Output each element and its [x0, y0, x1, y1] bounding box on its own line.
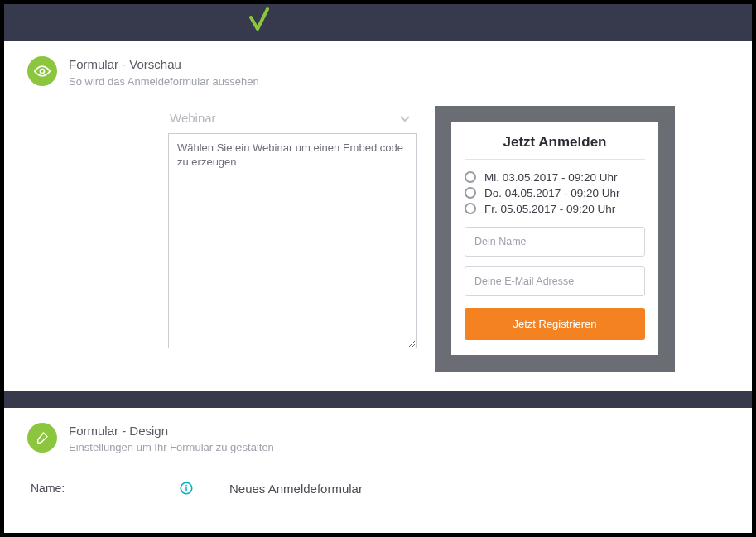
radio-icon [465, 187, 476, 199]
name-label: Name: [31, 482, 163, 495]
name-value: Neues Anmeldeformular [229, 482, 363, 496]
register-button[interactable]: Jetzt Registrieren [465, 308, 645, 340]
brush-icon [27, 423, 57, 453]
form-title: Jetzt Anmelden [465, 134, 645, 160]
dropdown-label: Webinar [170, 111, 216, 125]
preview-subtitle: So wird das Anmeldeformular aussehen [69, 74, 259, 89]
page-root: Formular - Vorschau So wird das Anmeldef… [4, 4, 752, 533]
info-icon[interactable] [178, 480, 195, 496]
date-label: Do. 04.05.2017 - 09:20 Uhr [484, 187, 620, 199]
checkmark-icon [249, 4, 269, 41]
email-field[interactable] [465, 266, 645, 296]
divider-bar [4, 391, 752, 408]
eye-icon [27, 56, 57, 86]
name-field[interactable] [465, 227, 645, 257]
form-preview-frame: Jetzt Anmelden Mi. 03.05.2017 - 09:20 Uh… [435, 106, 675, 372]
date-option-2[interactable]: Fr. 05.05.2017 - 09:20 Uhr [465, 201, 645, 217]
preview-section: Formular - Vorschau So wird das Anmeldef… [4, 41, 752, 391]
svg-rect-2 [185, 487, 187, 491]
date-option-1[interactable]: Do. 04.05.2017 - 09:20 Uhr [465, 185, 645, 201]
embed-code-textarea[interactable] [168, 133, 417, 348]
date-label: Fr. 05.05.2017 - 09:20 Uhr [484, 203, 615, 215]
preview-title: Formular - Vorschau [69, 56, 259, 73]
svg-point-0 [41, 70, 45, 74]
radio-icon [465, 203, 476, 214]
date-option-0[interactable]: Mi. 03.05.2017 - 09:20 Uhr [465, 170, 645, 185]
design-section: Formular - Design Einstellungen um Ihr F… [4, 408, 752, 506]
caret-down-icon [400, 111, 410, 125]
name-row: Name: Neues Anmeldeformular [27, 480, 729, 496]
webinar-dropdown[interactable]: Webinar [168, 106, 417, 133]
signup-form: Jetzt Anmelden Mi. 03.05.2017 - 09:20 Uh… [451, 122, 658, 355]
radio-icon [465, 171, 476, 183]
preview-header: Formular - Vorschau So wird das Anmeldef… [27, 56, 729, 89]
top-bar [4, 4, 752, 41]
design-header: Formular - Design Einstellungen um Ihr F… [27, 423, 729, 456]
design-subtitle: Einstellungen um Ihr Formular zu gestalt… [69, 440, 274, 455]
design-title: Formular - Design [69, 423, 274, 439]
svg-rect-3 [185, 485, 187, 487]
date-label: Mi. 03.05.2017 - 09:20 Uhr [484, 171, 618, 184]
